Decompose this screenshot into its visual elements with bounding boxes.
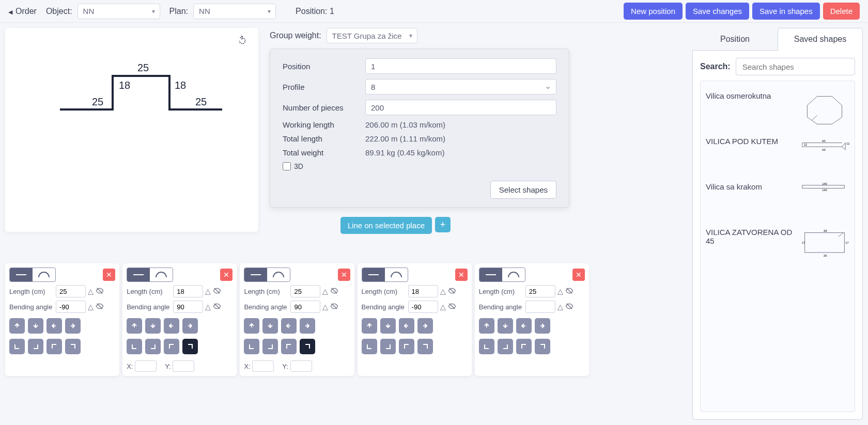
delete-segment-button[interactable]: ✕ <box>338 269 350 281</box>
corner-bl-button[interactable] <box>362 339 377 354</box>
eye-off-icon[interactable] <box>330 287 338 296</box>
corner-tr-button[interactable] <box>65 339 81 354</box>
corner-br-button[interactable] <box>28 339 43 354</box>
arrow-right-button[interactable] <box>65 318 81 334</box>
arc-type-icon[interactable] <box>33 268 55 281</box>
length-input[interactable] <box>525 285 555 297</box>
save-in-shapes-button[interactable]: Save in shapes <box>752 3 820 20</box>
triangle-icon[interactable]: △ <box>322 287 328 295</box>
arc-type-icon[interactable] <box>267 268 290 281</box>
eye-off-icon[interactable] <box>96 302 104 312</box>
line-type-icon[interactable] <box>479 268 502 281</box>
add-segment-button[interactable]: + <box>435 217 451 232</box>
profile-select[interactable]: 8 <box>365 79 556 95</box>
arc-type-icon[interactable] <box>502 268 525 281</box>
arc-type-icon[interactable] <box>385 268 408 281</box>
corner-bl-button[interactable] <box>127 339 142 354</box>
arrow-up-button[interactable] <box>362 318 377 334</box>
angle-input[interactable] <box>56 301 86 313</box>
arrow-left-button[interactable] <box>164 318 179 334</box>
shape-item[interactable]: Vilica osmerokutna <box>704 84 851 130</box>
position-input[interactable] <box>365 58 556 74</box>
y-input[interactable] <box>290 360 312 372</box>
arrow-right-button[interactable] <box>300 318 315 334</box>
arrow-left-button[interactable] <box>516 318 532 334</box>
triangle-icon[interactable]: △ <box>88 303 94 311</box>
corner-tl-button[interactable] <box>281 339 297 354</box>
corner-br-button[interactable] <box>498 339 513 354</box>
segment-type-toggle[interactable] <box>479 267 525 282</box>
angle-input[interactable] <box>173 301 203 313</box>
corner-br-button[interactable] <box>145 339 161 354</box>
length-input[interactable] <box>290 285 320 297</box>
triangle-icon[interactable]: △ <box>205 287 211 295</box>
save-changes-button[interactable]: Save changes <box>686 3 749 20</box>
line-type-icon[interactable] <box>10 268 33 281</box>
select-shapes-button[interactable]: Select shapes <box>490 181 556 199</box>
arrow-right-button[interactable] <box>417 318 433 334</box>
delete-segment-button[interactable]: ✕ <box>572 269 585 281</box>
eye-off-icon[interactable] <box>565 302 574 312</box>
angle-input[interactable] <box>525 301 555 313</box>
arrow-down-button[interactable] <box>145 318 161 334</box>
arrow-down-button[interactable] <box>28 318 43 334</box>
length-input[interactable] <box>173 285 203 297</box>
corner-tr-button[interactable] <box>417 339 433 354</box>
pieces-input[interactable] <box>365 100 556 115</box>
rotate-icon[interactable] <box>237 35 248 46</box>
triangle-icon[interactable]: △ <box>322 303 328 311</box>
search-input[interactable] <box>736 58 855 75</box>
angle-input[interactable] <box>290 301 320 313</box>
arrow-up-button[interactable] <box>9 318 25 334</box>
corner-tl-button[interactable] <box>164 339 179 354</box>
length-input[interactable] <box>56 285 86 297</box>
shape-item[interactable]: VILICA POD KUTEM 60631212 <box>704 130 851 175</box>
eye-off-icon[interactable] <box>213 287 221 296</box>
corner-br-button[interactable] <box>380 339 396 354</box>
arrow-up-button[interactable] <box>127 318 142 334</box>
corner-tl-button[interactable] <box>516 339 532 354</box>
shape-item[interactable]: VILICA ZATVORENA OD 45 28261717 <box>704 221 851 266</box>
triangle-icon[interactable]: △ <box>440 303 446 311</box>
delete-segment-button[interactable]: ✕ <box>103 269 115 281</box>
corner-tl-button[interactable] <box>47 339 62 354</box>
triangle-icon[interactable]: △ <box>440 287 446 295</box>
x-input[interactable] <box>135 360 157 372</box>
delete-segment-button[interactable]: ✕ <box>455 269 468 281</box>
corner-tr-button[interactable] <box>182 339 198 354</box>
corner-tl-button[interactable] <box>399 339 414 354</box>
arrow-right-button[interactable] <box>535 318 550 334</box>
arrow-down-button[interactable] <box>262 318 278 334</box>
group-weight-select[interactable]: TEST Grupa za žice <box>327 28 417 43</box>
new-position-button[interactable]: New position <box>624 3 683 20</box>
arrow-up-button[interactable] <box>479 318 494 334</box>
length-input[interactable] <box>408 285 438 297</box>
segment-type-toggle[interactable] <box>362 267 408 282</box>
eye-off-icon[interactable] <box>330 302 338 312</box>
plan-select[interactable]: NN <box>193 4 276 19</box>
segment-type-toggle[interactable] <box>9 267 56 282</box>
line-type-icon[interactable] <box>127 268 150 281</box>
tab-position[interactable]: Position <box>692 28 778 50</box>
arrow-left-button[interactable] <box>281 318 297 334</box>
triangle-icon[interactable]: △ <box>205 303 211 311</box>
eye-off-icon[interactable] <box>448 302 456 312</box>
arc-type-icon[interactable] <box>150 268 173 281</box>
triangle-icon[interactable]: △ <box>88 287 94 295</box>
corner-tr-button[interactable] <box>300 339 315 354</box>
shape-list[interactable]: Vilica osmerokutna VILICA POD KUTEM 6063… <box>700 81 855 412</box>
object-select[interactable]: NN <box>78 4 160 19</box>
line-type-icon[interactable] <box>362 268 385 281</box>
delete-button[interactable]: Delete <box>823 3 860 20</box>
corner-bl-button[interactable] <box>244 339 259 354</box>
arrow-down-button[interactable] <box>498 318 513 334</box>
triangle-icon[interactable]: △ <box>557 303 563 311</box>
eye-off-icon[interactable] <box>565 287 574 296</box>
corner-bl-button[interactable] <box>479 339 494 354</box>
arrow-right-button[interactable] <box>182 318 198 334</box>
3d-checkbox[interactable] <box>283 162 291 170</box>
line-type-icon[interactable] <box>244 268 267 281</box>
arrow-down-button[interactable] <box>380 318 396 334</box>
arrow-left-button[interactable] <box>47 318 62 334</box>
segment-type-toggle[interactable] <box>127 267 173 282</box>
